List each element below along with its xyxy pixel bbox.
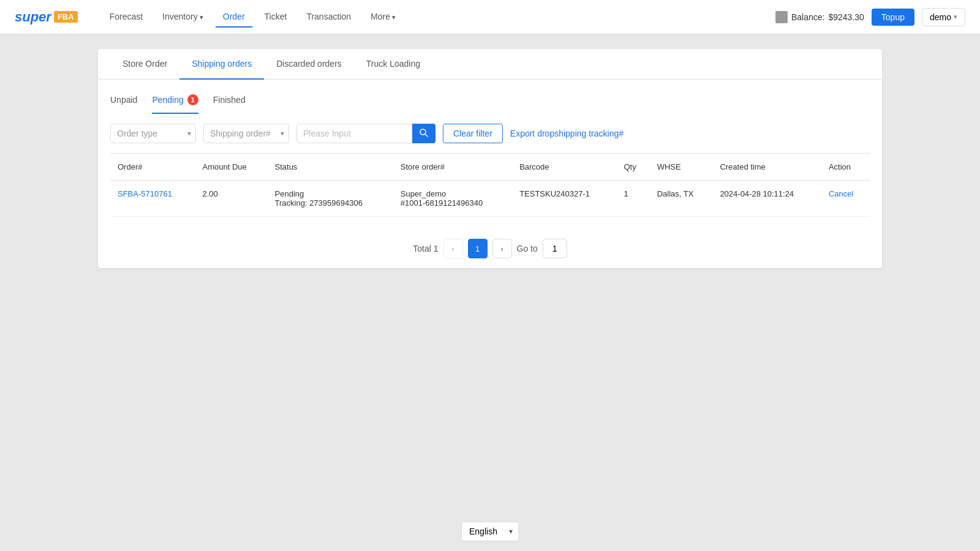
nav-item-inventory[interactable]: Inventory: [155, 7, 211, 28]
tracking-number: 273959694306: [309, 198, 363, 208]
nav-item-transaction[interactable]: Transaction: [299, 7, 358, 28]
main-nav: Forecast Inventory Order Ticket Transact…: [102, 7, 775, 28]
topup-button[interactable]: Topup: [872, 9, 914, 26]
cell-order-id: SFBA-5710761: [110, 181, 195, 217]
balance-amount: $9243.30: [828, 12, 864, 22]
sub-tab-unpaid-label: Unpaid: [110, 95, 137, 105]
tab-shipping-orders[interactable]: Shipping orders: [179, 49, 264, 80]
cell-barcode: TESTSKU240327-1: [512, 181, 616, 217]
search-button[interactable]: [412, 124, 435, 143]
table-header-row: Order# Amount Due Status Store order# Ba…: [110, 154, 870, 181]
cell-amount: 2.00: [195, 181, 267, 217]
goto-label: Go to: [517, 244, 538, 253]
nav-item-more[interactable]: More: [363, 7, 403, 28]
status-main: Pending: [275, 189, 386, 198]
order-id-link[interactable]: SFBA-5710761: [118, 189, 172, 198]
clear-filter-button[interactable]: Clear filter: [443, 124, 503, 143]
filters-row: Order type Shipping order# Clear filter …: [98, 114, 882, 153]
tab-discarded-orders[interactable]: Discarded orders: [264, 49, 354, 80]
sub-tab-unpaid[interactable]: Unpaid: [110, 89, 137, 114]
store-order-id: #1001-6819121496340: [401, 198, 505, 208]
pagination: Total 1 ‹ 1 › Go to: [98, 229, 882, 268]
logo-fba-badge: FBA: [54, 11, 78, 23]
col-whse: WHSE: [650, 154, 713, 181]
balance-icon: [775, 11, 788, 23]
status-tracking: Tracking: 273959694306: [275, 198, 386, 208]
sub-tabs: Unpaid Pending 1 Finished: [98, 80, 882, 114]
logo: super FBA: [15, 9, 78, 25]
nav-item-ticket[interactable]: Ticket: [257, 7, 295, 28]
col-store-order: Store order#: [393, 154, 512, 181]
col-barcode: Barcode: [512, 154, 616, 181]
col-status: Status: [268, 154, 393, 181]
orders-table-wrapper: Order# Amount Due Status Store order# Ba…: [98, 153, 882, 229]
export-tracking-link[interactable]: Export dropshipping tracking#: [510, 129, 624, 138]
cell-status: Pending Tracking: 273959694306: [268, 181, 393, 217]
sub-tab-finished[interactable]: Finished: [213, 89, 246, 114]
header: super FBA Forecast Inventory Order Ticke…: [0, 0, 980, 34]
sub-tab-pending[interactable]: Pending 1: [152, 89, 198, 114]
primary-tabs: Store Order Shipping orders Discarded or…: [98, 49, 882, 80]
goto-page-input[interactable]: [543, 239, 567, 258]
cell-action: Cancel: [821, 181, 870, 217]
cell-whse: Dallas, TX: [650, 181, 713, 217]
col-order: Order#: [110, 154, 195, 181]
prev-page-button[interactable]: ‹: [443, 239, 463, 258]
svg-line-1: [425, 134, 428, 137]
sub-tab-pending-label: Pending: [152, 95, 183, 105]
tracking-label: Tracking:: [275, 198, 307, 208]
col-qty: Qty: [616, 154, 649, 181]
col-amount: Amount Due: [195, 154, 267, 181]
tab-store-order[interactable]: Store Order: [110, 49, 179, 80]
main-content: Store Order Shipping orders Discarded or…: [0, 34, 980, 283]
demo-button[interactable]: demo: [922, 8, 965, 26]
col-action: Action: [821, 154, 870, 181]
store-order-name: Super_demo: [401, 189, 505, 198]
total-count: 1: [434, 244, 439, 253]
cell-store-order: Super_demo #1001-6819121496340: [393, 181, 512, 217]
cell-created: 2024-04-28 10:11:24: [712, 181, 821, 217]
search-icon: [420, 129, 428, 137]
col-created: Created time: [712, 154, 821, 181]
shipping-order-wrapper: Shipping order#: [203, 124, 289, 143]
total-label: Total 1: [413, 244, 438, 253]
page-1-button[interactable]: 1: [468, 239, 488, 258]
cell-qty: 1: [616, 181, 649, 217]
balance-display: Balance: $9243.30: [775, 11, 864, 23]
header-right: Balance: $9243.30 Topup demo: [775, 8, 965, 26]
shipping-order-select[interactable]: Shipping order#: [203, 124, 289, 143]
balance-label: Balance:: [791, 12, 824, 22]
tab-truck-loading[interactable]: Truck Loading: [354, 49, 432, 80]
cancel-link[interactable]: Cancel: [829, 189, 853, 198]
orders-table: Order# Amount Due Status Store order# Ba…: [110, 153, 870, 217]
logo-super-text: super: [15, 9, 51, 25]
table-row: SFBA-5710761 2.00 Pending Tracking: 2739…: [110, 181, 870, 217]
order-type-wrapper: Order type: [110, 124, 196, 143]
order-type-select[interactable]: Order type: [110, 124, 196, 143]
nav-item-order[interactable]: Order: [216, 7, 252, 28]
search-wrapper: [296, 124, 435, 143]
nav-item-forecast[interactable]: Forecast: [102, 7, 150, 28]
main-card: Store Order Shipping orders Discarded or…: [98, 49, 882, 268]
pending-badge: 1: [187, 94, 198, 105]
sub-tab-finished-label: Finished: [213, 95, 246, 105]
next-page-button[interactable]: ›: [492, 239, 512, 258]
